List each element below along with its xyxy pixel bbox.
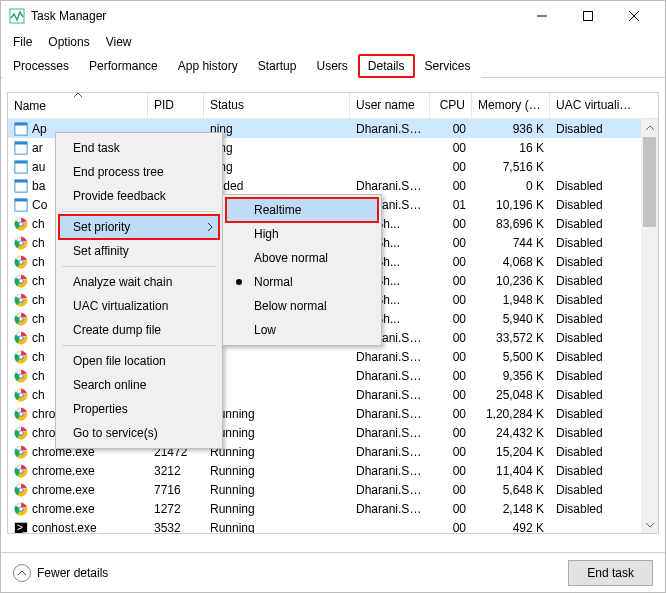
cell-cpu: 00 [430, 141, 472, 155]
col-status[interactable]: Status [204, 93, 350, 118]
table-row[interactable]: >_conhost.exe3532Running00492 K [8, 518, 641, 533]
tab-performance[interactable]: Performance [79, 54, 168, 78]
minimize-button[interactable] [519, 1, 565, 31]
cell-user: Dharani.Sh... [350, 122, 430, 136]
cell-memory: 83,696 K [472, 217, 550, 231]
cell-uac: Disabled [550, 312, 640, 326]
cell-cpu: 00 [430, 407, 472, 421]
cell-memory: 5,500 K [472, 350, 550, 364]
process-name: ch [32, 217, 45, 231]
svg-point-23 [19, 260, 23, 264]
menu-file[interactable]: File [5, 33, 40, 51]
scroll-down-icon[interactable] [641, 516, 658, 533]
cell-memory: 0 K [472, 179, 550, 193]
tab-details[interactable]: Details [358, 54, 415, 78]
svg-point-29 [19, 298, 23, 302]
cell-cpu: 00 [430, 217, 472, 231]
cell-memory: 11,404 K [472, 464, 550, 478]
menu-separator [62, 345, 216, 346]
col-cpu[interactable]: CPU [430, 93, 472, 118]
process-icon [14, 369, 28, 383]
menu-item[interactable]: End task [59, 136, 219, 160]
menu-item[interactable]: End process tree [59, 160, 219, 184]
menu-item[interactable]: Create dump file [59, 318, 219, 342]
col-name[interactable]: Name [8, 93, 148, 118]
svg-rect-10 [15, 160, 27, 163]
process-icon [14, 122, 28, 136]
submenu-item[interactable]: Normal [226, 270, 378, 294]
cell-cpu: 00 [430, 179, 472, 193]
svg-point-17 [19, 222, 23, 226]
svg-point-38 [19, 355, 23, 359]
submenu-item[interactable]: High [226, 222, 378, 246]
process-name: ch [32, 236, 45, 250]
svg-point-35 [19, 336, 23, 340]
table-row[interactable]: chrome.exe3212RunningDharani.Sh...0011,4… [8, 461, 641, 480]
menu-item[interactable]: Set affinity [59, 239, 219, 263]
tab-startup[interactable]: Startup [248, 54, 307, 78]
svg-rect-14 [15, 198, 27, 201]
cell-uac: Disabled [550, 331, 640, 345]
window-title: Task Manager [31, 9, 519, 23]
cell-memory: 33,572 K [472, 331, 550, 345]
menu-item[interactable]: Provide feedback [59, 184, 219, 208]
process-icon [14, 426, 28, 440]
tab-services[interactable]: Services [415, 54, 481, 78]
process-icon [14, 255, 28, 269]
process-icon [14, 502, 28, 516]
svg-point-59 [19, 488, 23, 492]
scroll-up-icon[interactable] [641, 119, 658, 136]
menu-options[interactable]: Options [40, 33, 97, 51]
process-icon [14, 445, 28, 459]
col-memory[interactable]: Memory (a... [472, 93, 550, 118]
maximize-button[interactable] [565, 1, 611, 31]
cell-user: Dharani.Sh... [350, 407, 430, 421]
vertical-scrollbar[interactable] [641, 119, 658, 533]
cell-memory: 7,516 K [472, 160, 550, 174]
col-pid[interactable]: PID [148, 93, 204, 118]
menu-item[interactable]: Analyze wait chain [59, 270, 219, 294]
cell-uac: Disabled [550, 198, 640, 212]
menu-separator [62, 211, 216, 212]
menu-item[interactable]: UAC virtualization [59, 294, 219, 318]
process-name: chrome.exe [32, 464, 95, 478]
cell-cpu: 00 [430, 502, 472, 516]
tab-processes[interactable]: Processes [3, 54, 79, 78]
table-row[interactable]: chrome.exe1272RunningDharani.Sh...002,14… [8, 499, 641, 518]
menu-item[interactable]: Search online [59, 373, 219, 397]
process-name: conhost.exe [32, 521, 97, 534]
submenu-item[interactable]: Low [226, 318, 378, 342]
submenu-item[interactable]: Realtime [226, 198, 378, 222]
cell-status: ning [204, 122, 350, 136]
scroll-thumb[interactable] [643, 137, 656, 227]
cell-user: Dharani.Sh... [350, 483, 430, 497]
tabs: Processes Performance App history Startu… [1, 53, 665, 78]
cell-user: Dharani.Sh... [350, 179, 430, 193]
table-row[interactable]: chrome.exe7716RunningDharani.Sh...005,64… [8, 480, 641, 499]
process-icon [14, 331, 28, 345]
close-button[interactable] [611, 1, 657, 31]
cell-memory: 9,356 K [472, 369, 550, 383]
col-uac[interactable]: UAC virtualizat... [550, 93, 640, 118]
menu-item[interactable]: Properties [59, 397, 219, 421]
cell-cpu: 00 [430, 312, 472, 326]
tab-app-history[interactable]: App history [168, 54, 248, 78]
end-task-button[interactable]: End task [568, 560, 653, 586]
process-name: ch [32, 255, 45, 269]
col-username[interactable]: User name [350, 93, 430, 118]
cell-status: Running [204, 483, 350, 497]
menu-item[interactable]: Set priority [59, 215, 219, 239]
menu-item[interactable]: Open file location [59, 349, 219, 373]
submenu-item[interactable]: Above normal [226, 246, 378, 270]
fewer-details-button[interactable]: Fewer details [13, 564, 108, 582]
process-icon [14, 293, 28, 307]
menu-view[interactable]: View [98, 33, 140, 51]
cell-uac: Disabled [550, 445, 640, 459]
submenu-item[interactable]: Below normal [226, 294, 378, 318]
cell-uac: Disabled [550, 502, 640, 516]
cell-status: ning [204, 141, 350, 155]
tab-users[interactable]: Users [306, 54, 357, 78]
menu-item[interactable]: Go to service(s) [59, 421, 219, 445]
process-icon [14, 179, 28, 193]
cell-memory: 15,204 K [472, 445, 550, 459]
